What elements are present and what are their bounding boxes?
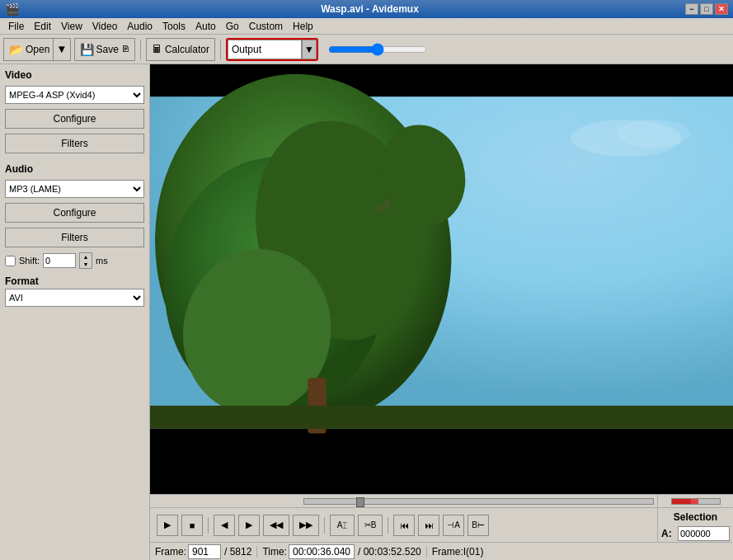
open-folder-icon: 📂 [9,43,23,56]
toolbar-sep-2 [220,40,221,59]
maximize-button[interactable]: □ [700,3,713,15]
calculator-icon: 🖩 [152,43,162,55]
audio-codec-select[interactable]: MP3 (LAME) [5,180,144,198]
svg-rect-8 [150,406,733,429]
selection-a-value: 000000 [678,526,730,541]
menu-auto[interactable]: Auto [190,19,221,34]
shift-row: Shift: ▲ ▼ ms [5,252,144,269]
status-sep-1 [256,546,257,558]
frametype-label: Frame:I(01) [432,546,484,558]
shift-unit: ms [96,256,108,266]
video-bottom-bar [150,461,733,494]
format-section: Format AVI [5,275,144,308]
right-timeline-progress [657,495,733,508]
next-frame-button[interactable]: ▶ [238,515,260,536]
go-b-button[interactable]: B⊢ [468,515,489,536]
video-content [150,64,733,461]
dropdown-arrow-icon: ▼ [304,44,314,55]
video-codec-select[interactable]: MPEG-4 ASP (Xvid4) [5,86,144,104]
statusbar: Frame: 901 / 5812 Time: 00:00:36.040 / 0… [150,542,733,560]
shift-checkbox[interactable] [5,256,16,266]
selection-a-row: A: 000000 [661,526,730,541]
go-a-button[interactable]: ⊣A [443,515,464,536]
timeline-area [150,494,733,507]
output-label: Output [232,44,261,55]
svg-point-10 [617,120,690,148]
video-section-label: Video [5,69,144,81]
save-extra-icon: 🖹 [121,45,129,54]
play-button[interactable]: ▶ [157,515,178,536]
menu-edit[interactable]: Edit [29,19,56,34]
output-dropdown-wrapper: Output ▼ [226,38,318,61]
stop-button[interactable]: ■ [181,515,203,536]
transport-sep-1 [208,517,209,534]
menu-view[interactable]: View [56,19,87,34]
menu-tools[interactable]: Tools [157,19,190,34]
open-label: Open [26,44,49,55]
status-sep-2 [426,546,427,558]
menu-audio[interactable]: Audio [122,19,157,34]
prev-keyframe-button[interactable]: ◀◀ [263,515,289,536]
minimize-button[interactable]: − [685,3,698,15]
format-section-label: Format [5,275,144,287]
format-row: AVI [5,289,144,307]
open-dropdown-arrow[interactable]: ▼ [53,38,70,61]
shift-input[interactable] [43,253,76,268]
duration-label: / 00:03:52.520 [358,546,421,558]
selection-panel: Selection A: 000000 B: 005812 [657,508,733,542]
video-area: ▶ ■ ◀ ▶ ◀◀ ▶▶ A⌶ ✂B ⏮ [150,64,733,560]
main-layout: Video MPEG-4 ASP (Xvid4) Configure Filte… [0,64,733,560]
close-button[interactable]: ✕ [715,3,728,15]
transport-area: ▶ ■ ◀ ▶ ◀◀ ▶▶ A⌶ ✂B ⏮ [150,507,733,542]
set-a-button[interactable]: A⌶ [330,515,355,536]
menubar: File Edit View Video Audio Tools Auto Go… [0,18,733,35]
timeline-track[interactable] [303,498,654,505]
shift-label: Shift: [19,256,40,266]
cut-button[interactable]: ✂B [358,515,383,536]
menu-file[interactable]: File [3,19,29,34]
menu-help[interactable]: Help [288,19,318,34]
audio-configure-button[interactable]: Configure [5,203,144,223]
format-select[interactable]: AVI [5,289,144,307]
output-dropdown-button[interactable]: ▼ [302,40,317,59]
time-label: Time: [262,546,287,558]
go-start-button[interactable]: ⏮ [393,515,415,536]
save-button[interactable]: 💾 Save 🖹 [74,38,135,61]
open-button[interactable]: 📂 Open [3,38,53,61]
transport-controls: ▶ ■ ◀ ▶ ◀◀ ▶▶ A⌶ ✂B ⏮ [150,508,657,542]
transport-sep-2 [324,517,325,534]
output-dropdown-display[interactable]: Output [228,40,302,59]
open-button-group: 📂 Open ▼ [3,38,71,61]
audio-codec-row: MP3 (LAME) [5,180,144,198]
video-filters-button[interactable]: Filters [5,134,144,153]
video-display [150,64,733,461]
menu-go[interactable]: Go [221,19,244,34]
titlebar: 🎬 Wasp.avi - Avidemux − □ ✕ [0,0,733,18]
selection-title: Selection [674,511,717,523]
prev-frame-button[interactable]: ◀ [214,515,235,536]
calculator-label: Calculator [165,44,209,55]
menu-video[interactable]: Video [87,19,122,34]
toolbar-slider[interactable] [328,43,427,56]
toolbar-slider-container [322,43,730,56]
toolbar-sep-1 [140,40,141,59]
shift-up-button[interactable]: ▲ [80,253,92,261]
timeline-thumb[interactable] [356,497,364,507]
audio-filters-button[interactable]: Filters [5,228,144,247]
mini-progress-bar [671,498,721,505]
selection-a-label: A: [661,528,674,539]
time-value: 00:00:36.040 [289,544,355,559]
video-configure-button[interactable]: Configure [5,109,144,129]
audio-section-label: Audio [5,163,144,175]
save-icon: 💾 [80,43,94,56]
window-title: Wasp.avi - Avidemux [54,3,685,15]
go-end-button[interactable]: ⏭ [418,515,439,536]
shift-down-button[interactable]: ▼ [80,261,92,268]
shift-spinner: ▲ ▼ [79,252,92,269]
menu-custom[interactable]: Custom [244,19,288,34]
next-keyframe-button[interactable]: ▶▶ [293,515,319,536]
toolbar: 📂 Open ▼ 💾 Save 🖹 🖩 Calculator Output ▼ [0,35,733,64]
calculator-button[interactable]: 🖩 Calculator [146,38,215,61]
svg-rect-1 [150,429,733,461]
transport-sep-3 [388,517,388,534]
